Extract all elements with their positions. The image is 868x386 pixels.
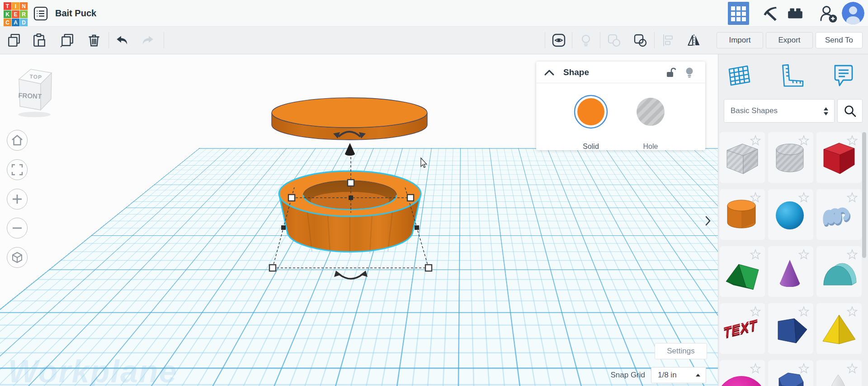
search-shapes-button[interactable] xyxy=(837,99,863,123)
export-button[interactable]: Export xyxy=(766,32,813,48)
favorite-star-icon[interactable] xyxy=(799,307,809,316)
main-toolbar: Import Export Send To xyxy=(0,27,868,54)
logo-cell: I xyxy=(12,2,19,10)
shape-tile-wedge[interactable] xyxy=(768,303,813,354)
search-icon xyxy=(843,104,857,118)
mouse-cursor xyxy=(421,158,427,167)
settings-button[interactable]: Settings xyxy=(655,343,707,359)
shape-panel-header: Shape xyxy=(536,62,705,83)
rotate-handle-ground[interactable] xyxy=(334,271,368,279)
favorite-star-icon[interactable] xyxy=(799,193,809,202)
favorite-star-icon[interactable] xyxy=(848,307,857,316)
unlock-icon[interactable] xyxy=(664,66,677,79)
bulb-icon[interactable] xyxy=(684,66,695,79)
redo-icon[interactable] xyxy=(141,33,155,48)
shape-tile-text[interactable]: TEXT TEXT xyxy=(720,303,765,354)
copy-icon[interactable] xyxy=(7,33,21,48)
raise-handle-cone[interactable] xyxy=(345,143,355,156)
shape-tile-polygon[interactable] xyxy=(768,360,813,386)
logo-cell: D xyxy=(20,19,28,26)
group-icon[interactable] xyxy=(607,33,621,48)
sidebar-collapse-chevron-icon[interactable] xyxy=(703,213,713,229)
dashboard-grid-button[interactable] xyxy=(728,2,749,25)
shape-category-dropdown[interactable]: Basic Shapes xyxy=(724,99,835,123)
snap-grid-dropdown[interactable]: 1/8 in xyxy=(651,367,706,383)
shape-tile-half-sphere[interactable] xyxy=(720,360,765,386)
collapse-panel-chevron-icon[interactable] xyxy=(543,68,555,76)
workplane-tool-icon[interactable] xyxy=(726,62,752,88)
invite-person-add-icon[interactable] xyxy=(820,5,837,22)
blocks-grid-icon xyxy=(728,2,749,25)
zoom-in-button[interactable] xyxy=(7,189,28,210)
tinkercad-logo[interactable]: T I N K E R C A D xyxy=(4,2,28,26)
design-title[interactable]: Bait Puck xyxy=(55,0,96,27)
m irror-flip-icon[interactable] xyxy=(687,33,701,48)
sidebar-scrollbar[interactable] xyxy=(862,132,866,258)
ungroup-icon[interactable] xyxy=(633,33,647,48)
snap-grid-value: 1/8 in xyxy=(658,367,677,383)
favorite-star-icon[interactable] xyxy=(799,364,809,373)
properties-menu-icon[interactable] xyxy=(33,6,48,21)
favorite-star-icon[interactable] xyxy=(848,193,857,202)
toolbar-separator xyxy=(600,32,600,48)
view-cube-top-label[interactable]: TOP xyxy=(29,73,42,81)
favorite-star-icon[interactable] xyxy=(751,307,760,316)
shape-tile-scribble[interactable] xyxy=(816,189,862,240)
shapes-sidebar: Basic Shapes xyxy=(718,54,868,386)
favorite-star-icon[interactable] xyxy=(799,250,809,259)
toolbar-separator xyxy=(572,32,572,48)
shape-tile-paraboloid[interactable] xyxy=(816,360,862,386)
user-avatar[interactable] xyxy=(842,2,864,24)
logo-cell: E xyxy=(12,10,19,18)
home-view-button[interactable] xyxy=(7,130,28,151)
caret-up-icon xyxy=(696,374,700,376)
brick-icon[interactable] xyxy=(787,5,804,22)
favorite-star-icon[interactable] xyxy=(751,193,760,202)
favorite-star-icon[interactable] xyxy=(751,136,760,145)
view-cube[interactable]: TOP FRONT xyxy=(13,66,58,119)
send-to-button[interactable]: Send To xyxy=(816,32,863,48)
shape-tile-sphere[interactable] xyxy=(768,189,813,240)
notes-tool-icon[interactable] xyxy=(830,62,856,88)
hole-label: Hole xyxy=(632,143,669,151)
tinkercad-app: T I N K E R C A D Bait Puck xyxy=(0,0,868,386)
paste-icon[interactable] xyxy=(32,33,47,48)
shape-tile-round-roof[interactable] xyxy=(816,246,862,297)
shape-tile-box[interactable] xyxy=(816,132,862,183)
solid-swatch[interactable] xyxy=(573,94,609,130)
minecraft-pickaxe-icon[interactable] xyxy=(761,5,778,22)
shape-tile-pyramid[interactable] xyxy=(816,303,862,354)
ruler-tool-icon[interactable] xyxy=(778,62,804,88)
shape-category-value: Basic Shapes xyxy=(731,100,778,122)
toolbar-separator xyxy=(164,32,164,48)
zoom-out-button[interactable] xyxy=(7,218,28,238)
delete-trash-icon[interactable] xyxy=(87,33,101,48)
show-all-icon[interactable] xyxy=(552,33,566,48)
sort-arrows-icon xyxy=(823,107,829,116)
import-button[interactable]: Import xyxy=(717,32,763,48)
view-cube-front-label[interactable]: FRONT xyxy=(18,91,42,100)
favorite-star-icon[interactable] xyxy=(751,364,760,373)
shape-panel-title: Shape xyxy=(563,62,589,83)
shape-tile-box-hole[interactable] xyxy=(720,132,765,183)
align-icon[interactable] xyxy=(661,33,676,48)
shape-tile-cylinder[interactable] xyxy=(720,189,765,240)
favorite-star-icon[interactable] xyxy=(751,250,760,259)
favorite-star-icon[interactable] xyxy=(799,136,809,145)
fit-view-button[interactable] xyxy=(7,159,28,180)
duplicate-icon[interactable] xyxy=(60,33,74,48)
logo-cell: C xyxy=(4,19,11,26)
favorite-star-icon[interactable] xyxy=(848,250,857,259)
shape-tile-cone[interactable] xyxy=(768,246,813,297)
hole-swatch[interactable] xyxy=(632,94,669,130)
shape-tile-cylinder-hole[interactable] xyxy=(768,132,813,183)
bulb-show-icon[interactable] xyxy=(579,33,593,48)
undo-icon[interactable] xyxy=(115,33,129,48)
favorite-star-icon[interactable] xyxy=(848,364,857,373)
favorite-star-icon[interactable] xyxy=(848,136,857,145)
shape-tile-roof[interactable] xyxy=(720,246,765,297)
toolbar-separator xyxy=(545,32,545,48)
toolbar-separator xyxy=(108,32,109,48)
perspective-toggle-button[interactable] xyxy=(7,247,28,268)
disc-object[interactable] xyxy=(272,98,427,140)
